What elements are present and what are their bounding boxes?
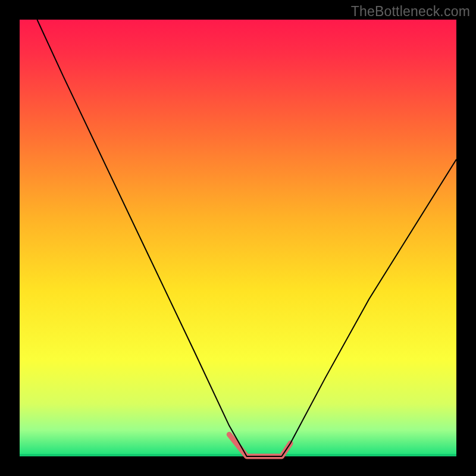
baseline-strip (20, 454, 456, 456)
bottleneck-chart (0, 0, 476, 476)
plot-background (20, 20, 456, 456)
chart-root: TheBottleneck.com (0, 0, 476, 476)
watermark-text: TheBottleneck.com (351, 4, 470, 20)
